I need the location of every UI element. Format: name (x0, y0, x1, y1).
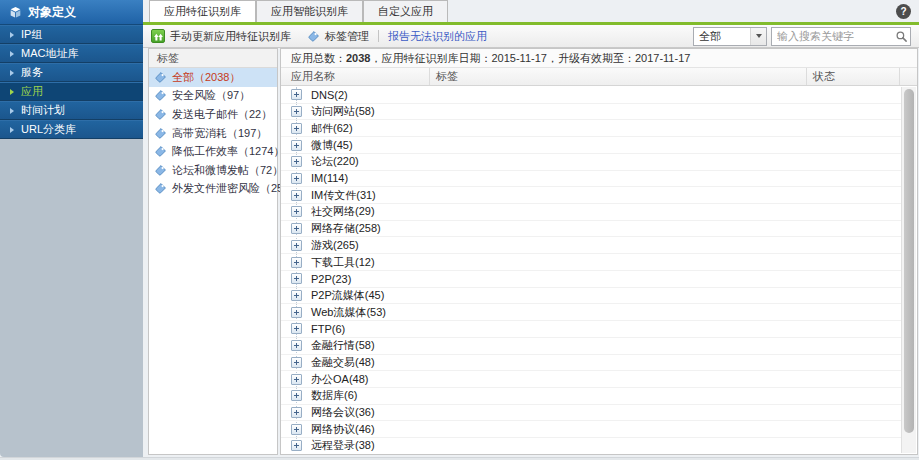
expand-plus-icon[interactable] (291, 374, 302, 385)
app-row[interactable]: 金融交易(48) (281, 355, 901, 372)
sidebar-item-label: IP组 (21, 27, 42, 42)
expand-plus-icon[interactable] (291, 273, 302, 284)
dropdown-arrow-button[interactable] (750, 28, 766, 45)
manual-update-button[interactable]: 手动更新应用特征识别库 (151, 29, 291, 44)
update-arrows-icon (151, 29, 165, 43)
app-row-list: DNS(2) 访问网站(58) 邮件(62) 微博(45) 论坛(220) (281, 87, 901, 453)
sidebar-menu: IP组 MAC地址库 服务 应用 时间计划 URL分类库 (0, 25, 143, 139)
tag-filter-item[interactable]: 论坛和微博发帖（72） (149, 161, 277, 180)
app-name: 金融交易(48) (311, 355, 375, 370)
app-row[interactable]: 金融行情(58) (281, 338, 901, 355)
app-row[interactable]: 访问网站(58) (281, 104, 901, 121)
summary-total-label: 应用总数： (291, 52, 346, 64)
sidebar-item[interactable]: 应用 (0, 82, 143, 101)
report-unrecognized-link[interactable]: 报告无法识别的应用 (388, 29, 487, 44)
app-row[interactable]: P2P流媒体(45) (281, 288, 901, 305)
expand-plus-icon[interactable] (291, 156, 302, 167)
sidebar-item[interactable]: 服务 (0, 63, 143, 82)
app-row[interactable]: IM传文件(31) (281, 187, 901, 204)
app-row[interactable]: 网络存储(258) (281, 221, 901, 238)
app-name: 论坛(220) (311, 154, 359, 169)
app-name: DNS(2) (311, 89, 348, 101)
expand-plus-icon[interactable] (291, 357, 302, 368)
app-name: 网络会议(36) (311, 405, 375, 420)
tag-filter-item[interactable]: 发送电子邮件（22） (149, 105, 277, 124)
expand-plus-icon[interactable] (291, 323, 302, 334)
app-name: 邮件(62) (311, 121, 353, 136)
tab[interactable]: 自定义应用 (363, 0, 448, 22)
app-row[interactable]: 办公OA(48) (281, 371, 901, 388)
expand-plus-icon[interactable] (291, 206, 302, 217)
search-input[interactable] (771, 27, 911, 46)
sidebar-item[interactable]: URL分类库 (0, 120, 143, 139)
app-row[interactable]: 微博(45) (281, 137, 901, 154)
expand-plus-icon[interactable] (291, 257, 302, 268)
app-row[interactable]: 社交网络(29) (281, 204, 901, 221)
app-row[interactable]: 下载工具(12) (281, 254, 901, 271)
app-row[interactable]: P2P(23) (281, 271, 901, 288)
app-row[interactable]: 数据库(6) (281, 388, 901, 405)
app-row[interactable]: 网络会议(36) (281, 405, 901, 422)
app-row[interactable]: 游戏(265) (281, 237, 901, 254)
tag-filter-item[interactable]: 外发文件泄密风险（255） (149, 180, 277, 199)
column-header-status[interactable]: 状态 (807, 68, 900, 85)
expand-plus-icon[interactable] (291, 173, 302, 184)
expand-plus-icon[interactable] (291, 106, 302, 117)
magnifier-icon[interactable] (895, 30, 908, 43)
sidebar-item-label: MAC地址库 (21, 46, 78, 61)
app-row[interactable]: 远程登录(38) (281, 438, 901, 453)
tag-filter-item[interactable]: 全部（2038） (149, 68, 277, 87)
tag-icon (154, 145, 167, 158)
scrollbar-thumb[interactable] (904, 89, 914, 433)
expand-plus-icon[interactable] (291, 390, 302, 401)
app-name: FTP(6) (311, 323, 345, 335)
filter-dropdown[interactable]: 全部 (693, 27, 767, 46)
tag-filter-item[interactable]: 安全风险（97） (149, 87, 277, 106)
tag-filter-item[interactable]: 降低工作效率（1274） (149, 142, 277, 161)
expand-plus-icon[interactable] (291, 290, 302, 301)
tag-icon (154, 182, 167, 195)
expand-plus-icon[interactable] (291, 140, 302, 151)
expand-plus-icon[interactable] (291, 407, 302, 418)
tab[interactable]: 应用智能识别库 (256, 0, 363, 22)
summary-expire-date: 2017-11-17 (635, 52, 690, 64)
column-header-tag[interactable]: 标签 (430, 68, 807, 85)
sidebar-item[interactable]: IP组 (0, 25, 143, 44)
expand-plus-icon[interactable] (291, 340, 302, 351)
app-row[interactable]: 论坛(220) (281, 154, 901, 171)
app-row[interactable]: FTP(6) (281, 321, 901, 338)
tag-manage-button[interactable]: 标签管理 (307, 29, 369, 44)
toolbar-separator (378, 30, 379, 42)
app-row[interactable]: IM(114) (281, 171, 901, 188)
app-row[interactable]: DNS(2) (281, 87, 901, 104)
expand-plus-icon[interactable] (291, 123, 302, 134)
tag-filter-item[interactable]: 高带宽消耗（197） (149, 124, 277, 143)
search-box (771, 27, 911, 46)
sidebar-item[interactable]: 时间计划 (0, 101, 143, 120)
sidebar-item-label: 时间计划 (21, 103, 65, 118)
summary-bar: 应用总数：2038，应用特征识别库日期：2015-11-17，升级有效期至：20… (281, 49, 917, 68)
column-header-app-name[interactable]: 应用名称 (281, 68, 430, 85)
tab[interactable]: 应用特征识别库 (149, 0, 256, 22)
cube-icon (9, 6, 22, 19)
vertical-scrollbar[interactable] (901, 87, 916, 453)
sidebar-header-label: 对象定义 (28, 4, 76, 21)
grid-header: 应用名称 标签 状态 (281, 68, 917, 86)
app-row[interactable]: Web流媒体(53) (281, 304, 901, 321)
expand-plus-icon[interactable] (291, 424, 302, 435)
expand-plus-icon[interactable] (291, 440, 302, 451)
expand-plus-icon[interactable] (291, 240, 302, 251)
expand-plus-icon[interactable] (291, 89, 302, 100)
help-icon[interactable]: ? (896, 4, 911, 19)
app-row[interactable]: 网络协议(46) (281, 421, 901, 438)
sidebar-header-object-definition[interactable]: 对象定义 (0, 0, 143, 25)
app-name: IM传文件(31) (311, 188, 376, 203)
sidebar-item[interactable]: MAC地址库 (0, 44, 143, 63)
tag-icon (154, 108, 167, 121)
expand-plus-icon[interactable] (291, 223, 302, 234)
sidebar-item-label: URL分类库 (21, 122, 76, 137)
app-row[interactable]: 邮件(62) (281, 120, 901, 137)
expand-plus-icon[interactable] (291, 190, 302, 201)
summary-total-value: 2038 (346, 52, 370, 64)
expand-plus-icon[interactable] (291, 307, 302, 318)
